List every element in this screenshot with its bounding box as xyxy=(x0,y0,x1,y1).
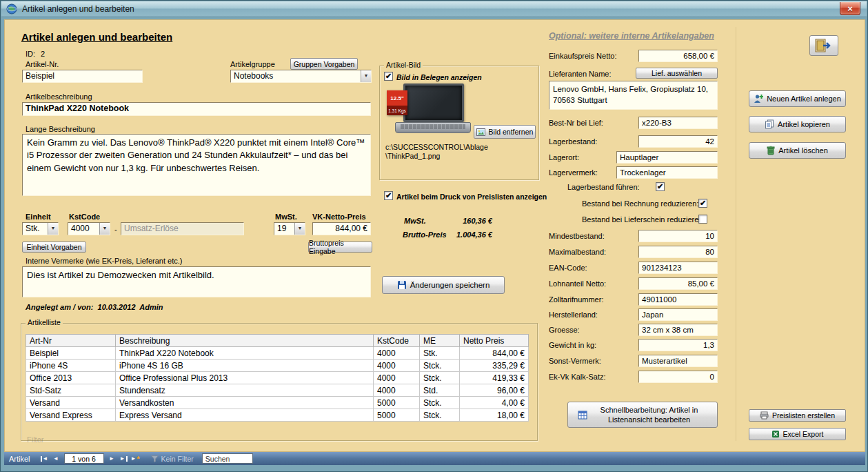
schnellbearbeitung-label: Schnellbearbeitung: Artikel in Listenans… xyxy=(591,405,708,425)
table-cell: Stck. xyxy=(420,360,460,372)
vk-netto-label: VK-Netto-Preis xyxy=(312,213,366,222)
mindestbestand-input[interactable]: 10 xyxy=(638,230,718,242)
kstcode-select[interactable]: 4000 ▼ xyxy=(68,222,110,235)
close-icon: × xyxy=(847,3,853,14)
exit-form-button[interactable] xyxy=(809,35,838,56)
table-column-header[interactable]: Beschreibung xyxy=(116,335,374,347)
lohnanteil-input[interactable]: 85,00 € xyxy=(638,277,718,290)
gewicht-input[interactable]: 1,3 xyxy=(638,339,718,351)
einheit-vorgaben-button[interactable]: Einheit Vorgaben xyxy=(22,242,86,253)
sonst-vermerk-input[interactable]: Musterartikel xyxy=(638,355,718,367)
exit-icon xyxy=(815,39,833,52)
table-cell: Office Professional Plus 2013 xyxy=(116,372,374,384)
lagerbestand-input[interactable]: 42 xyxy=(638,135,718,148)
einkaufspreis-label: Einkaufspreis Netto: xyxy=(549,52,616,61)
table-cell: 4000 xyxy=(374,372,420,384)
schnellbearbeitung-button[interactable]: Schnellbearbeitung: Artikel in Listenans… xyxy=(567,402,718,428)
last-record-button[interactable]: ► xyxy=(118,453,130,464)
ean-label: EAN-Code: xyxy=(549,264,587,273)
table-row[interactable]: Office 2013Office Professional Plus 2013… xyxy=(26,372,529,384)
new-record-button[interactable]: ►* xyxy=(130,453,141,464)
record-navigator: Artikel ◄ ◄ 1 von 6 ► ► ►* Kein Filter S… xyxy=(4,452,865,465)
interne-vermerke-textarea[interactable]: Dies ist Artikel zu Demozwecken mit Arti… xyxy=(22,266,371,297)
bruttopreis-eingabe-button[interactable]: Bruttopreis Eingabe xyxy=(308,242,372,253)
lieferschein-reduzieren-checkbox[interactable] xyxy=(698,215,707,224)
table-column-header[interactable]: Netto Preis xyxy=(460,335,529,347)
bild-in-belegen-label: Bild in Belegen anzeigen xyxy=(396,73,482,82)
druck-preislisten-checkbox[interactable]: ✔ xyxy=(384,191,393,200)
zolltarif-input[interactable]: 49011000 xyxy=(638,293,718,306)
prev-record-button[interactable]: ◄ xyxy=(50,453,62,464)
app-globe-icon xyxy=(6,3,17,14)
lagerort-input[interactable]: Hauptlager xyxy=(616,151,718,164)
table-cell: 335,29 € xyxy=(460,360,529,372)
app-window: Artikel anlegen und bearbeiten × Artikel… xyxy=(0,0,868,472)
table-cell: 4000 xyxy=(374,347,420,360)
vk-netto-input[interactable]: 844,00 € xyxy=(312,222,371,235)
bild-in-belegen-checkbox[interactable]: ✔ xyxy=(384,72,393,81)
preislisten-erstellen-button[interactable]: Preislisten erstellen xyxy=(749,409,846,422)
herstellerland-input[interactable]: Japan xyxy=(638,308,718,321)
chevron-down-icon[interactable]: ▼ xyxy=(99,223,110,235)
next-record-button[interactable]: ► xyxy=(106,453,118,464)
groesse-input[interactable]: 32 cm x 38 cm xyxy=(638,324,718,336)
laptop-screen xyxy=(403,83,464,122)
chevron-down-icon[interactable]: ▼ xyxy=(294,223,305,235)
table-row[interactable]: BeispielThinkPad X220 Notebook4000Stk.84… xyxy=(26,347,529,360)
lange-beschreibung-textarea[interactable]: Kein Gramm zu viel. Das Lenovo® ThinkPad… xyxy=(22,134,371,196)
aenderungen-speichern-button[interactable]: Änderungen speichern xyxy=(382,276,505,294)
mwst-select[interactable]: 19 ▼ xyxy=(274,222,305,235)
chevron-down-icon[interactable]: ▼ xyxy=(48,223,58,235)
lagervermerk-input[interactable]: Trockenlager xyxy=(616,166,718,179)
bild-entfernen-label: Bild entfernen xyxy=(489,128,534,136)
table-cell: Stck. xyxy=(420,409,460,422)
table-column-header[interactable]: Art-Nr xyxy=(26,335,116,347)
sonst-vermerk-label: Sonst-Vermerk: xyxy=(549,357,601,366)
bild-entfernen-button[interactable]: Bild entfernen xyxy=(474,125,536,139)
gruppen-vorgaben-button[interactable]: Gruppen Vorgaben xyxy=(290,58,358,70)
lagerbestand-fuehren-checkbox[interactable]: ✔ xyxy=(656,182,665,191)
table-cell: 4,00 € xyxy=(460,397,529,409)
save-icon xyxy=(397,280,407,290)
einheit-select[interactable]: Stk. ▼ xyxy=(22,222,59,235)
first-record-button[interactable]: ◄ xyxy=(39,453,50,464)
table-cell: Versand xyxy=(26,397,116,409)
angelegt-info: Angelegt am / von: 10.03.2012 Admin xyxy=(26,303,163,312)
einkaufspreis-input[interactable]: 658,00 € xyxy=(638,50,718,62)
lieferant-textarea[interactable]: Lenovo GmbH, Hans Felix, Gropiusplatz 10… xyxy=(549,81,718,110)
table-cell: 844,00 € xyxy=(460,347,529,360)
filter-status[interactable]: Kein Filter xyxy=(151,455,194,463)
close-button[interactable]: × xyxy=(840,2,860,15)
neuen-artikel-button[interactable]: Neuen Artikel anlegen xyxy=(749,90,846,107)
lief-auswaehlen-button[interactable]: Lief. auswählen xyxy=(636,68,718,79)
rechnung-reduzieren-checkbox[interactable]: ✔ xyxy=(698,199,707,208)
preislisten-erstellen-label: Preislisten erstellen xyxy=(772,411,835,420)
artikelbeschreibung-input[interactable]: ThinkPad X220 Notebook xyxy=(22,102,371,116)
ean-input[interactable]: 901234123 xyxy=(638,262,718,274)
excel-export-button[interactable]: Excel Export xyxy=(749,428,846,440)
table-row[interactable]: iPhone 4SiPhone 4S 16 GB4000Stck.335,29 … xyxy=(26,360,529,372)
artikel-loeschen-button[interactable]: Artikel löschen xyxy=(749,142,846,159)
rechnung-reduzieren-label: Bestand bei Rechnung reduzieren: xyxy=(582,199,698,208)
artikelliste-body: BeispielThinkPad X220 Notebook4000Stk.84… xyxy=(26,347,529,422)
record-position-box[interactable]: 1 von 6 xyxy=(64,453,104,464)
table-row[interactable]: Std-SatzStundensatz4000Std.96,00 € xyxy=(26,384,529,397)
table-row[interactable]: VersandVersandkosten5000Stck.4,00 € xyxy=(26,397,529,409)
bestnr-input[interactable]: x220-B3 xyxy=(638,117,718,129)
artikel-nr-input[interactable]: Beispiel xyxy=(22,70,143,83)
bestnr-label: Best-Nr bei Lief: xyxy=(549,119,603,128)
artikelgruppe-select[interactable]: Notebooks ▼ xyxy=(230,70,372,83)
table-row[interactable]: Versand ExpressExpress Versand5000Stck.1… xyxy=(26,409,529,422)
kalk-satz-input[interactable]: 0 xyxy=(638,371,718,383)
table-cell: 96,00 € xyxy=(460,384,529,397)
artikel-kopieren-button[interactable]: Artikel kopieren xyxy=(749,116,846,132)
record-search-input[interactable]: Suchen xyxy=(202,453,253,464)
table-cell: Express Versand xyxy=(116,409,374,422)
chevron-down-icon[interactable]: ▼ xyxy=(361,70,371,82)
table-cell: Office 2013 xyxy=(26,372,116,384)
table-column-header[interactable]: KstCode xyxy=(374,335,420,347)
table-column-header[interactable]: ME xyxy=(420,335,460,347)
maximalbestand-input[interactable]: 80 xyxy=(638,246,718,258)
laptop-keyboard xyxy=(401,124,465,129)
lohnanteil-label: Lohnanteil Netto: xyxy=(549,279,606,288)
